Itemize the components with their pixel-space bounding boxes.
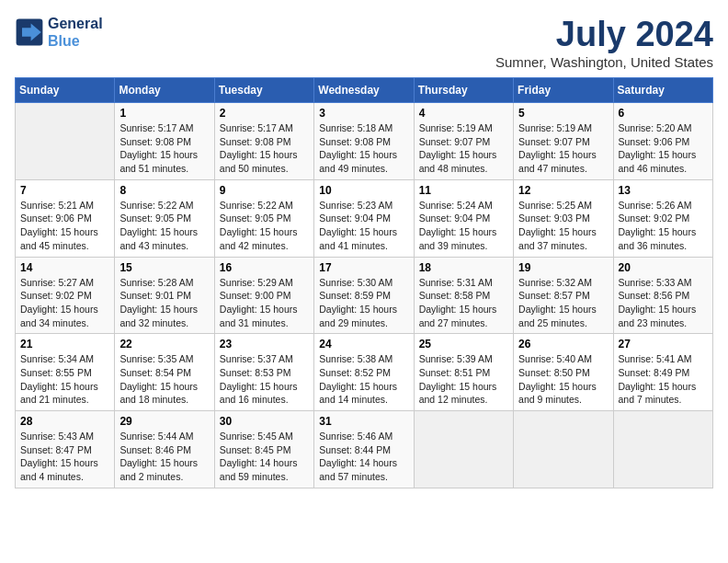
day-number: 28 — [20, 415, 109, 428]
title-block: July 2024 Sumner, Washington, United Sta… — [495, 15, 713, 70]
day-number: 16 — [220, 261, 309, 274]
day-info: Sunrise: 5:22 AMSunset: 9:05 PMDaylight:… — [220, 199, 309, 253]
day-info: Sunrise: 5:18 AMSunset: 9:08 PMDaylight:… — [319, 121, 408, 176]
calendar-cell — [414, 411, 513, 488]
week-row-2: 7Sunrise: 5:21 AMSunset: 9:06 PMDaylight… — [16, 179, 713, 257]
day-info: Sunrise: 5:35 AMSunset: 8:54 PMDaylight:… — [119, 352, 209, 407]
calendar-cell: 23Sunrise: 5:37 AMSunset: 8:53 PMDayligh… — [214, 334, 313, 411]
calendar-cell: 16Sunrise: 5:29 AMSunset: 9:00 PMDayligh… — [214, 257, 313, 334]
calendar-cell: 19Sunrise: 5:32 AMSunset: 8:57 PMDayligh… — [514, 257, 613, 334]
day-number: 18 — [419, 261, 508, 274]
day-info: Sunrise: 5:24 AMSunset: 9:04 PMDaylight:… — [419, 199, 508, 253]
day-number: 17 — [319, 261, 408, 274]
day-number: 7 — [20, 184, 109, 197]
day-info: Sunrise: 5:37 AMSunset: 8:53 PMDaylight:… — [220, 352, 309, 407]
calendar-cell: 28Sunrise: 5:43 AMSunset: 8:47 PMDayligh… — [16, 411, 115, 488]
day-info: Sunrise: 5:33 AMSunset: 8:56 PMDaylight:… — [619, 276, 708, 330]
day-info: Sunrise: 5:41 AMSunset: 8:49 PMDaylight:… — [619, 352, 708, 407]
day-number: 3 — [319, 107, 408, 120]
calendar-cell: 12Sunrise: 5:25 AMSunset: 9:03 PMDayligh… — [514, 179, 613, 257]
calendar-cell: 24Sunrise: 5:38 AMSunset: 8:52 PMDayligh… — [314, 334, 414, 411]
day-info: Sunrise: 5:38 AMSunset: 8:52 PMDaylight:… — [319, 352, 408, 407]
day-number: 20 — [619, 261, 708, 274]
day-info: Sunrise: 5:32 AMSunset: 8:57 PMDaylight:… — [518, 276, 608, 330]
day-info: Sunrise: 5:17 AMSunset: 9:08 PMDaylight:… — [220, 121, 309, 176]
day-number: 12 — [518, 184, 608, 197]
calendar-table: SundayMondayTuesdayWednesdayThursdayFrid… — [15, 77, 713, 488]
day-info: Sunrise: 5:26 AMSunset: 9:02 PMDaylight:… — [619, 199, 708, 253]
day-number: 30 — [220, 415, 309, 428]
column-header-sunday: Sunday — [16, 78, 115, 103]
column-header-wednesday: Wednesday — [314, 78, 414, 103]
calendar-cell: 14Sunrise: 5:27 AMSunset: 9:02 PMDayligh… — [16, 257, 115, 334]
day-number: 24 — [319, 338, 408, 350]
calendar-cell: 1Sunrise: 5:17 AMSunset: 9:08 PMDaylight… — [115, 103, 214, 180]
day-info: Sunrise: 5:34 AMSunset: 8:55 PMDaylight:… — [20, 352, 109, 407]
day-number: 9 — [220, 184, 309, 197]
day-number: 4 — [419, 107, 508, 120]
calendar-cell: 31Sunrise: 5:46 AMSunset: 8:44 PMDayligh… — [314, 411, 414, 488]
day-number: 5 — [518, 107, 608, 120]
week-row-5: 28Sunrise: 5:43 AMSunset: 8:47 PMDayligh… — [16, 411, 713, 488]
day-info: Sunrise: 5:28 AMSunset: 9:01 PMDaylight:… — [119, 276, 209, 330]
day-info: Sunrise: 5:44 AMSunset: 8:46 PMDaylight:… — [119, 430, 209, 484]
column-header-friday: Friday — [514, 78, 613, 103]
day-number: 29 — [119, 415, 209, 428]
page-header: General Blue July 2024 Sumner, Washingto… — [15, 15, 713, 70]
day-number: 27 — [619, 338, 708, 350]
day-info: Sunrise: 5:29 AMSunset: 9:00 PMDaylight:… — [220, 276, 309, 330]
column-header-tuesday: Tuesday — [214, 78, 313, 103]
calendar-cell: 3Sunrise: 5:18 AMSunset: 9:08 PMDaylight… — [314, 103, 414, 180]
day-info: Sunrise: 5:23 AMSunset: 9:04 PMDaylight:… — [319, 199, 408, 253]
day-number: 8 — [119, 184, 209, 197]
day-info: Sunrise: 5:27 AMSunset: 9:02 PMDaylight:… — [20, 276, 109, 330]
day-info: Sunrise: 5:46 AMSunset: 8:44 PMDaylight:… — [319, 430, 408, 484]
calendar-cell — [613, 411, 712, 488]
week-row-4: 21Sunrise: 5:34 AMSunset: 8:55 PMDayligh… — [16, 334, 713, 411]
calendar-cell: 8Sunrise: 5:22 AMSunset: 9:05 PMDaylight… — [115, 179, 214, 257]
calendar-cell: 9Sunrise: 5:22 AMSunset: 9:05 PMDaylight… — [214, 179, 313, 257]
calendar-cell: 30Sunrise: 5:45 AMSunset: 8:45 PMDayligh… — [214, 411, 313, 488]
day-number: 22 — [119, 338, 209, 350]
day-number: 14 — [20, 261, 109, 274]
day-info: Sunrise: 5:31 AMSunset: 8:58 PMDaylight:… — [419, 276, 508, 330]
column-header-thursday: Thursday — [414, 78, 513, 103]
day-info: Sunrise: 5:39 AMSunset: 8:51 PMDaylight:… — [419, 352, 508, 407]
calendar-header-row: SundayMondayTuesdayWednesdayThursdayFrid… — [16, 78, 713, 103]
day-number: 6 — [619, 107, 708, 120]
calendar-cell — [16, 103, 115, 180]
calendar-cell: 17Sunrise: 5:30 AMSunset: 8:59 PMDayligh… — [314, 257, 414, 334]
day-info: Sunrise: 5:21 AMSunset: 9:06 PMDaylight:… — [20, 199, 109, 253]
calendar-cell: 22Sunrise: 5:35 AMSunset: 8:54 PMDayligh… — [115, 334, 214, 411]
logo: General Blue — [15, 15, 103, 50]
calendar-cell: 27Sunrise: 5:41 AMSunset: 8:49 PMDayligh… — [613, 334, 712, 411]
day-info: Sunrise: 5:17 AMSunset: 9:08 PMDaylight:… — [119, 121, 209, 176]
day-number: 2 — [220, 107, 309, 120]
week-row-1: 1Sunrise: 5:17 AMSunset: 9:08 PMDaylight… — [16, 103, 713, 180]
column-header-saturday: Saturday — [613, 78, 712, 103]
calendar-cell: 5Sunrise: 5:19 AMSunset: 9:07 PMDaylight… — [514, 103, 613, 180]
day-number: 11 — [419, 184, 508, 197]
day-number: 31 — [319, 415, 408, 428]
calendar-cell: 29Sunrise: 5:44 AMSunset: 8:46 PMDayligh… — [115, 411, 214, 488]
calendar-cell: 18Sunrise: 5:31 AMSunset: 8:58 PMDayligh… — [414, 257, 513, 334]
calendar-cell: 11Sunrise: 5:24 AMSunset: 9:04 PMDayligh… — [414, 179, 513, 257]
calendar-cell: 6Sunrise: 5:20 AMSunset: 9:06 PMDaylight… — [613, 103, 712, 180]
day-number: 15 — [119, 261, 209, 274]
calendar-cell: 7Sunrise: 5:21 AMSunset: 9:06 PMDaylight… — [16, 179, 115, 257]
day-info: Sunrise: 5:25 AMSunset: 9:03 PMDaylight:… — [518, 199, 608, 253]
day-info: Sunrise: 5:30 AMSunset: 8:59 PMDaylight:… — [319, 276, 408, 330]
day-number: 10 — [319, 184, 408, 197]
calendar-cell: 15Sunrise: 5:28 AMSunset: 9:01 PMDayligh… — [115, 257, 214, 334]
day-number: 26 — [518, 338, 608, 350]
calendar-cell: 10Sunrise: 5:23 AMSunset: 9:04 PMDayligh… — [314, 179, 414, 257]
day-info: Sunrise: 5:19 AMSunset: 9:07 PMDaylight:… — [518, 121, 608, 176]
calendar-cell: 26Sunrise: 5:40 AMSunset: 8:50 PMDayligh… — [514, 334, 613, 411]
calendar-cell: 20Sunrise: 5:33 AMSunset: 8:56 PMDayligh… — [613, 257, 712, 334]
day-info: Sunrise: 5:45 AMSunset: 8:45 PMDaylight:… — [220, 430, 309, 484]
day-number: 23 — [220, 338, 309, 350]
logo-icon — [15, 17, 44, 47]
day-number: 25 — [419, 338, 508, 350]
day-number: 1 — [119, 107, 209, 120]
calendar-cell: 21Sunrise: 5:34 AMSunset: 8:55 PMDayligh… — [16, 334, 115, 411]
